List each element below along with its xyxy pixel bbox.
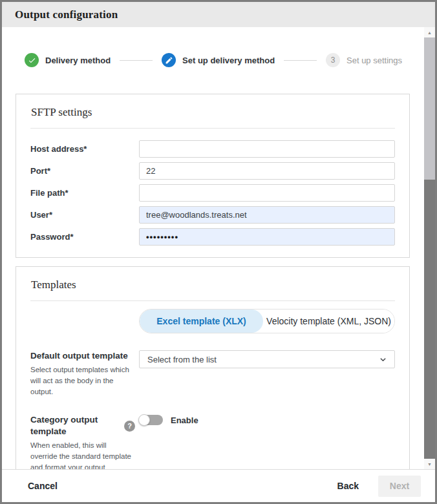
scroll-up-icon[interactable]: ▲ [424,27,435,37]
step-connector [120,60,153,61]
help-icon[interactable]: ? [124,421,135,432]
file-path-label: File path* [30,188,139,198]
password-label: Password* [30,232,139,242]
cancel-button[interactable]: Cancel [28,481,58,491]
tab-velocity-template[interactable]: Velocity template (XML, JSON) [263,310,394,333]
templates-heading: Templates [30,276,395,301]
enable-toggle[interactable] [139,415,163,425]
step-delivery-method[interactable]: Delivery method [25,53,111,67]
default-output-template-left: Default output template Select output te… [30,350,139,397]
file-path-input[interactable] [139,184,395,202]
user-input[interactable] [139,206,395,224]
default-output-template-label: Default output template [30,350,135,362]
sftp-settings-card: SFTP settings Host address* Port* File p… [16,94,410,258]
toggle-knob [138,414,150,426]
modal-body: Delivery method Set up delivery method 3… [2,27,435,469]
step-number-badge: 3 [326,53,340,67]
modal-header: Output configuration [2,2,435,27]
default-output-template-help: Select output templates which will act a… [30,364,135,397]
enable-toggle-label: Enable [171,415,198,425]
sftp-settings-heading: SFTP settings [30,103,395,129]
default-output-template-select[interactable]: Select from the list [139,350,395,368]
tab-excel-template[interactable]: Excel template (XLX) [140,310,263,333]
template-tab-group: Excel template (XLX) Velocity template (… [139,309,395,333]
port-input[interactable] [139,162,395,180]
port-label: Port* [30,166,139,176]
step-setup-delivery-method[interactable]: Set up delivery method [162,53,275,67]
scroll-down-icon[interactable]: ▼ [424,459,435,469]
next-button[interactable]: Next [378,476,421,497]
host-address-label: Host address* [30,144,139,154]
field-row-user: User* [30,206,395,224]
field-row-port: Port* [30,162,395,180]
category-output-template-help: When enabled, this will override the sta… [30,440,135,469]
field-row-password: Password* [30,228,395,246]
scrollbar-track[interactable] [424,180,435,459]
user-label: User* [30,210,139,220]
pencil-icon [162,53,176,67]
check-icon [25,53,39,67]
back-button[interactable]: Back [337,481,359,491]
category-output-template-label: Category output template [30,414,119,437]
scrollbar-thumb[interactable] [424,37,435,180]
step-setup-settings[interactable]: 3 Set up settings [326,53,402,67]
step-connector [284,60,317,61]
step-label: Set up settings [346,56,402,65]
modal-title: Output configuration [15,8,118,21]
scrollbar[interactable]: ▲ ▼ [424,27,435,469]
field-row-file-path: File path* [30,184,395,202]
modal-footer: Cancel Back Next [2,469,435,502]
category-output-template-row: Category output template ? When enabled,… [30,414,395,469]
wizard-stepper: Delivery method Set up delivery method 3… [25,53,402,67]
default-output-template-row: Default output template Select output te… [30,350,395,397]
category-output-template-left: Category output template ? When enabled,… [30,414,139,469]
scroll-content: Delivery method Set up delivery method 3… [2,27,424,469]
default-output-template-right: Select from the list [139,350,395,368]
tabs-spacer [30,309,139,333]
output-configuration-modal: Output configuration Delivery method Set… [0,0,437,504]
host-address-input[interactable] [139,140,395,158]
category-output-template-right: Enable [139,414,395,426]
password-input[interactable] [139,228,395,246]
step-label: Set up delivery method [182,56,275,65]
template-tabs-row: Excel template (XLX) Velocity template (… [30,309,395,333]
dropdown-selected-value: Select from the list [147,355,217,364]
step-label: Delivery method [45,56,111,65]
field-row-host-address: Host address* [30,140,395,158]
templates-card: Templates Excel template (XLX) Velocity … [16,266,410,469]
sftp-field-rows: Host address* Port* File path* User* [30,129,395,246]
chevron-down-icon [379,356,387,363]
